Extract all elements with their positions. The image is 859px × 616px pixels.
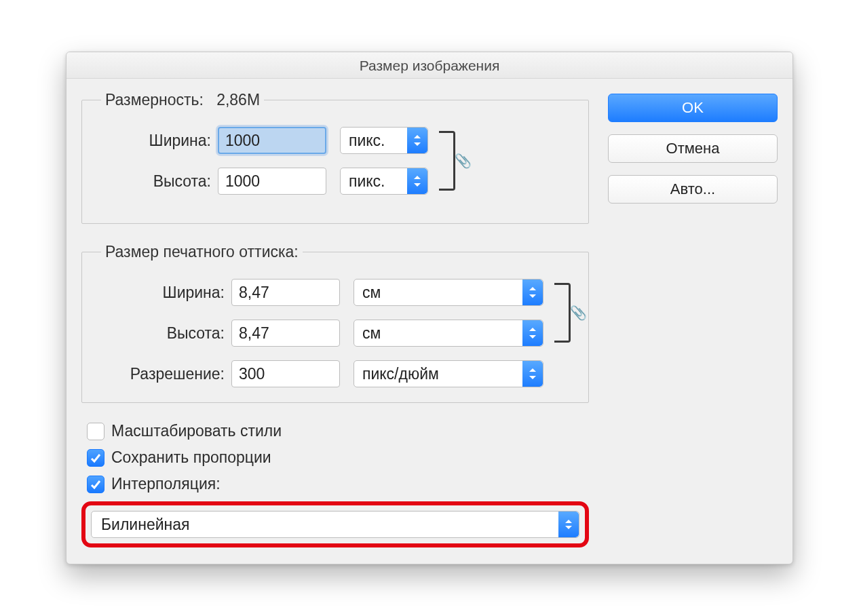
interpolation-method-value: Билинейная [101, 516, 190, 534]
pixel-height-label: Высота: [96, 172, 218, 191]
print-height-unit-value: см [362, 324, 381, 343]
constrain-proportions-row[interactable]: Сохранить пропорции [81, 448, 589, 467]
resolution-unit-select[interactable]: пикс/дюйм [354, 360, 543, 387]
link-icon: 📎 [570, 305, 587, 321]
chevron-updown-icon [522, 280, 543, 305]
constrain-proportions-label: Сохранить пропорции [111, 448, 271, 467]
interpolation-row[interactable]: Интерполяция: [81, 475, 589, 493]
pixel-dimensions-legend: Размерность: 2,86M [101, 91, 264, 109]
pixel-width-input[interactable] [218, 127, 326, 154]
dimensions-size-value: 2,86M [216, 91, 260, 109]
scale-styles-label: Масштабировать стили [111, 422, 282, 440]
print-width-input[interactable] [231, 279, 340, 306]
constrain-bracket-icon [439, 131, 455, 191]
auto-button[interactable]: Авто... [608, 175, 778, 204]
dialog-title: Размер изображения [66, 52, 793, 79]
chevron-updown-icon [522, 320, 543, 346]
print-size-legend: Размер печатного оттиска: [101, 243, 303, 261]
dimensions-legend-label: Размерность: [105, 91, 204, 109]
pixel-width-label: Ширина: [96, 132, 218, 150]
constrain-bracket-icon [554, 283, 571, 343]
chevron-updown-icon [558, 512, 579, 537]
chevron-updown-icon [522, 361, 543, 387]
print-width-unit-value: см [362, 284, 381, 302]
scale-styles-row[interactable]: Масштабировать стили [81, 422, 589, 440]
print-height-input[interactable] [231, 320, 340, 347]
ok-button[interactable]: OK [608, 94, 778, 122]
resolution-input[interactable] [231, 360, 340, 387]
print-width-label: Ширина: [96, 284, 231, 302]
pixel-width-unit-value: пикс. [349, 132, 385, 150]
print-height-label: Высота: [96, 324, 231, 343]
pixel-dimensions-group: Размерность: 2,86M Ширина: пикс. Высота: [81, 91, 589, 224]
interpolation-method-select[interactable]: Билинейная [91, 511, 579, 538]
chevron-updown-icon [407, 168, 427, 194]
chevron-updown-icon [407, 128, 427, 153]
resolution-unit-value: пикс/дюйм [362, 365, 439, 383]
pixel-height-unit-select[interactable]: пикс. [340, 168, 428, 195]
image-size-dialog: Размер изображения Размерность: 2,86M Ши… [66, 52, 793, 564]
cancel-button[interactable]: Отмена [608, 134, 778, 163]
pixel-height-unit-value: пикс. [349, 172, 385, 191]
pixel-height-input[interactable] [218, 168, 326, 195]
pixel-width-unit-select[interactable]: пикс. [340, 127, 428, 154]
print-size-group: Размер печатного оттиска: Ширина: см Выс… [81, 243, 589, 403]
print-height-unit-select[interactable]: см [354, 320, 543, 347]
print-width-unit-select[interactable]: см [354, 279, 543, 306]
link-icon: 📎 [455, 153, 472, 169]
resolution-label: Разрешение: [96, 365, 231, 383]
scale-styles-checkbox[interactable] [87, 423, 104, 440]
constrain-proportions-checkbox[interactable] [87, 449, 104, 467]
interpolation-checkbox[interactable] [87, 476, 104, 493]
interpolation-highlight: Билинейная [81, 501, 589, 547]
interpolation-label: Интерполяция: [111, 475, 221, 493]
